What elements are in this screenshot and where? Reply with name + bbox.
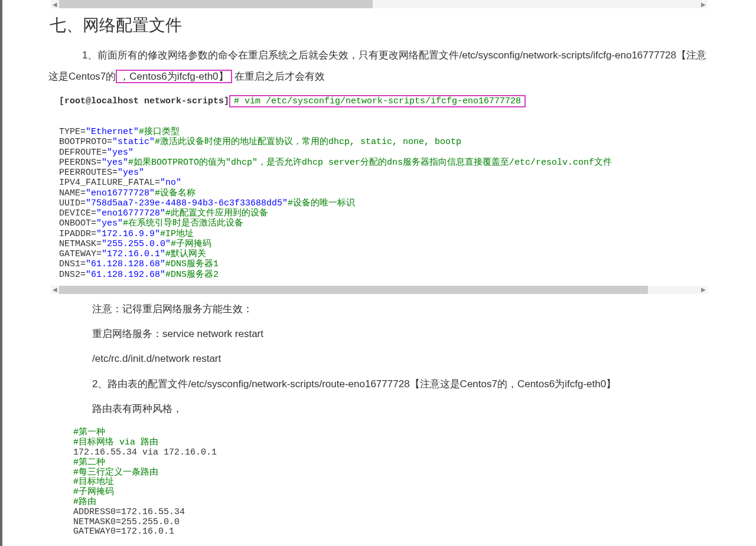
route-file-note: 2、路由表的配置文件/etc/sysconfig/network-scripts… <box>92 375 756 394</box>
section-heading: 七、网络配置文件 <box>50 14 756 37</box>
vim-command: # vim /etc/sysconfig/network-scripts/ifc… <box>229 95 526 107</box>
intro-highlight: ，Centos6为ifcfg-eth0】 <box>116 70 232 83</box>
vim-command-block: [root@localhost network-scripts]# vim /e… <box>51 93 708 283</box>
scroll-left-icon[interactable]: ◀ <box>51 0 59 8</box>
route-styles-note: 路由表有两种风格， <box>92 400 756 419</box>
scrollbar-thumb[interactable] <box>59 0 373 8</box>
top-scrollbar[interactable]: ◀ ▶ <box>51 0 708 8</box>
scroll-left-icon[interactable]: ◀ <box>51 286 59 294</box>
shell-prompt: [root@localhost network-scripts] <box>59 96 229 106</box>
route-code-block: #第一种 #目标网络 via 路由 172.16.55.34 via 172.1… <box>51 424 708 541</box>
note-service-restart: 重启网络服务：service network restart <box>92 325 756 344</box>
document-body: ◀ ▶ 七、网络配置文件 1、前面所有的修改网络参数的命令在重启系统之后就会失效… <box>2 0 756 546</box>
intro-paragraph: 1、前面所有的修改网络参数的命令在重启系统之后就会失效，只有更改网络配置文件/e… <box>48 45 710 87</box>
scrollbar-track[interactable] <box>59 286 699 294</box>
scrollbar-track[interactable] <box>59 0 699 8</box>
note-initd-restart: /etc/rc.d/init.d/network restart <box>92 349 756 368</box>
mid-scrollbar[interactable]: ◀ ▶ <box>51 286 708 294</box>
intro-text-suffix: 在重启之后才会有效 <box>232 71 325 82</box>
scrollbar-thumb[interactable] <box>59 286 648 294</box>
scroll-right-icon[interactable]: ▶ <box>699 0 708 8</box>
note-restart: 注意：记得重启网络服务方能生效： <box>92 300 756 319</box>
scroll-right-icon[interactable]: ▶ <box>699 286 708 294</box>
